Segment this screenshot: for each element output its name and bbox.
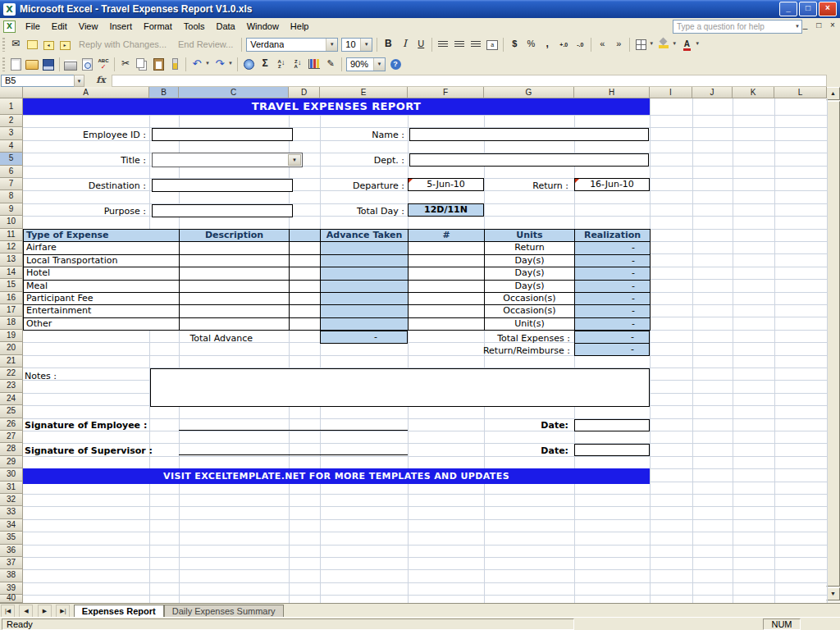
- tab-scroll-prev-icon[interactable]: ◀: [19, 605, 33, 618]
- expense-cell[interactable]: [290, 281, 321, 293]
- menu-format[interactable]: Format: [138, 18, 178, 34]
- workbook-close-button[interactable]: ×: [827, 21, 838, 30]
- column-header-F[interactable]: F: [408, 87, 484, 98]
- row-header-14[interactable]: 14: [0, 267, 23, 279]
- expense-advance-cell[interactable]: [321, 281, 409, 293]
- expense-description-cell[interactable]: [180, 255, 290, 267]
- menu-edit[interactable]: Edit: [46, 18, 73, 34]
- minimize-button[interactable]: _: [779, 2, 797, 16]
- row-header-15[interactable]: 15: [0, 279, 23, 291]
- dept-input[interactable]: [409, 153, 649, 167]
- row-header-30[interactable]: 30: [0, 468, 23, 481]
- row-header-10[interactable]: 10: [0, 216, 23, 228]
- row-header-31[interactable]: 31: [0, 482, 23, 494]
- close-button[interactable]: ×: [819, 2, 837, 16]
- toolbar-grip[interactable]: [2, 57, 5, 71]
- column-header-A[interactable]: A: [23, 87, 149, 98]
- expense-count-cell[interactable]: [409, 281, 485, 293]
- help-icon[interactable]: ?: [387, 57, 404, 72]
- row-header-6[interactable]: 6: [0, 166, 23, 178]
- departure-date-cell[interactable]: 5-Jun-10: [408, 178, 484, 191]
- combo-dropdown-icon[interactable]: ▼: [326, 39, 337, 51]
- row-header-19[interactable]: 19: [0, 330, 23, 342]
- expense-advance-cell[interactable]: [321, 267, 409, 280]
- chart-wizard-icon[interactable]: [306, 57, 322, 72]
- row-header-33[interactable]: 33: [0, 506, 23, 518]
- increase-indent-icon[interactable]: »: [610, 37, 627, 52]
- menu-window[interactable]: Window: [241, 18, 285, 34]
- column-header-L[interactable]: L: [774, 87, 827, 98]
- row-header-21[interactable]: 21: [0, 355, 23, 368]
- expense-unit-cell[interactable]: Occasion(s): [485, 305, 575, 317]
- expense-realization-cell[interactable]: -: [575, 255, 651, 267]
- column-header-I[interactable]: I: [650, 87, 692, 98]
- scroll-up-icon[interactable]: ▲: [826, 87, 840, 100]
- expense-description-cell[interactable]: [180, 293, 290, 305]
- row-header-27[interactable]: 27: [0, 431, 23, 443]
- row-header-25[interactable]: 25: [0, 405, 23, 418]
- spelling-icon[interactable]: ABC✓: [95, 57, 112, 72]
- paste-icon[interactable]: [150, 57, 167, 72]
- expense-count-cell[interactable]: [409, 255, 485, 267]
- combo-dropdown-icon[interactable]: ▼: [288, 154, 301, 166]
- expense-advance-cell[interactable]: [321, 255, 409, 267]
- percent-icon[interactable]: %: [523, 37, 539, 52]
- expense-realization-cell[interactable]: -: [575, 293, 651, 305]
- expense-realization-cell[interactable]: -: [575, 242, 651, 254]
- expense-cell[interactable]: [290, 242, 321, 254]
- italic-icon[interactable]: I: [396, 37, 413, 52]
- total-expenses-cell[interactable]: -: [574, 331, 650, 344]
- font-color-icon[interactable]: A: [678, 37, 695, 52]
- redo-icon[interactable]: ↷: [212, 57, 228, 72]
- name-box[interactable]: B5: [1, 75, 75, 87]
- decrease-indent-icon[interactable]: «: [594, 37, 610, 52]
- open-icon[interactable]: [24, 57, 40, 72]
- menu-tools[interactable]: Tools: [178, 18, 211, 34]
- combo-dropdown-icon[interactable]: ▼: [360, 39, 372, 51]
- row-header-26[interactable]: 26: [0, 418, 23, 431]
- toolbar-grip[interactable]: [2, 38, 5, 52]
- expense-count-cell[interactable]: [409, 267, 485, 280]
- name-input[interactable]: [409, 128, 649, 141]
- supervisor-date-input[interactable]: [574, 444, 650, 456]
- row-header-7[interactable]: 7: [0, 178, 23, 190]
- column-header-H[interactable]: H: [574, 87, 650, 98]
- merge-center-icon[interactable]: a: [484, 37, 500, 52]
- row-header-32[interactable]: 32: [0, 494, 23, 506]
- expense-description-cell[interactable]: [180, 242, 290, 254]
- total-day-value[interactable]: 12D/11N: [408, 203, 484, 217]
- menu-view[interactable]: View: [73, 18, 104, 34]
- row-header-12[interactable]: 12: [0, 241, 23, 253]
- return-date-cell[interactable]: 16-Jun-10: [574, 178, 650, 191]
- zoom-select[interactable]: 90%▼: [346, 57, 386, 71]
- expense-type-cell[interactable]: Other: [24, 318, 180, 331]
- expense-cell[interactable]: [290, 255, 321, 267]
- row-header-2[interactable]: 2: [0, 115, 23, 127]
- question-help-input[interactable]: Type a question for help ▼: [673, 20, 802, 34]
- expense-realization-cell[interactable]: -: [575, 318, 651, 331]
- row-header-20[interactable]: 20: [0, 342, 23, 354]
- expense-advance-cell[interactable]: [321, 242, 409, 254]
- borders-icon[interactable]: [632, 37, 649, 52]
- row-header-28[interactable]: 28: [0, 443, 23, 455]
- menu-data[interactable]: Data: [210, 18, 240, 34]
- expense-realization-cell[interactable]: -: [575, 267, 651, 280]
- insert-comment-icon[interactable]: [24, 37, 40, 52]
- align-left-icon[interactable]: [435, 37, 451, 52]
- row-header-23[interactable]: 23: [0, 380, 23, 392]
- column-header-K[interactable]: K: [733, 87, 774, 98]
- notes-input[interactable]: [150, 368, 650, 407]
- row-header-5[interactable]: 5: [0, 153, 23, 165]
- expense-realization-cell[interactable]: -: [575, 305, 651, 317]
- undo-icon-dropdown[interactable]: ▼: [205, 55, 212, 72]
- decrease-decimal-icon[interactable]: -.0: [572, 37, 588, 52]
- autosum-icon[interactable]: Σ: [257, 57, 273, 72]
- review-text-button-1[interactable]: End Review...: [172, 35, 239, 54]
- insert-function-button[interactable]: fx: [94, 75, 108, 86]
- expense-count-cell[interactable]: [409, 242, 485, 254]
- expense-description-cell[interactable]: [180, 281, 290, 293]
- print-preview-icon[interactable]: [79, 57, 95, 72]
- expense-count-cell[interactable]: [409, 305, 485, 317]
- previous-comment-icon[interactable]: ◂: [40, 37, 57, 52]
- currency-icon[interactable]: $: [506, 37, 523, 52]
